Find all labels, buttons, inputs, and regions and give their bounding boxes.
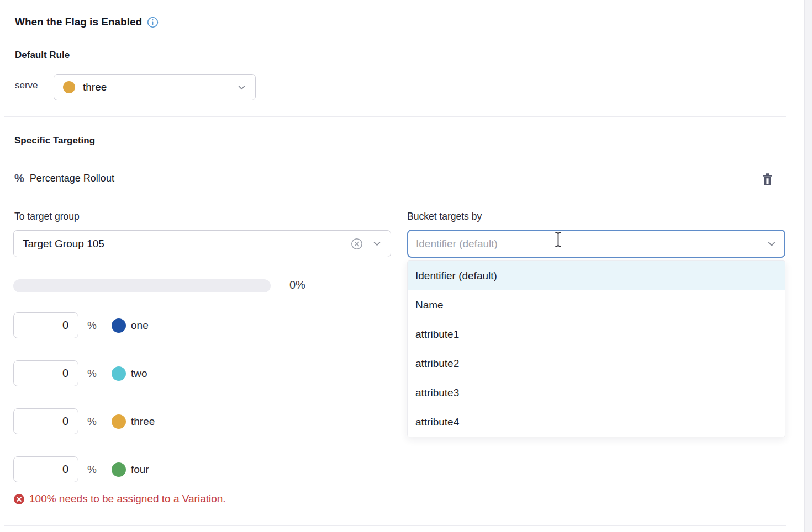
percent-unit-label: % <box>87 464 99 476</box>
chevron-down-icon <box>237 83 246 92</box>
serve-variation-value: three <box>83 81 107 93</box>
menu-option-name[interactable]: Name <box>408 290 785 320</box>
error-icon <box>13 493 25 505</box>
variation-percent-input-four[interactable] <box>13 456 78 482</box>
chevron-down-icon <box>372 239 382 248</box>
specific-targeting-heading: Specific Targeting <box>14 135 95 146</box>
validation-error: 100% needs to be assigned to a Variation… <box>13 493 226 505</box>
variation-row: % one <box>13 312 149 338</box>
menu-option-identifier-default[interactable]: Identifier (default) <box>408 261 785 290</box>
variation-percent-input-one[interactable] <box>13 312 78 338</box>
default-rule-heading: Default Rule <box>15 50 70 61</box>
bucket-targets-placeholder: Identifier (default) <box>416 238 498 250</box>
section-divider <box>4 116 786 117</box>
menu-option-attribute2[interactable]: attribute2 <box>408 349 785 378</box>
percent-unit-label: % <box>87 416 99 428</box>
variation-color-dot <box>112 318 126 333</box>
variation-name: two <box>131 368 147 380</box>
variation-name: four <box>131 464 149 476</box>
rollout-progress-value: 0% <box>289 279 305 291</box>
percentage-rollout-label: Percentage Rollout <box>30 173 114 184</box>
variation-color-dot <box>63 81 75 93</box>
variation-percent-input-two[interactable] <box>13 360 78 386</box>
menu-option-attribute4[interactable]: attribute4 <box>408 407 785 437</box>
error-message: 100% needs to be assigned to a Variation… <box>29 493 226 505</box>
bucket-targets-dropdown-menu: Identifier (default) Name attribute1 att… <box>407 260 785 437</box>
page-edge-strip <box>804 0 812 532</box>
page-title: When the Flag is Enabled <box>15 16 159 28</box>
variation-name: one <box>131 320 149 332</box>
clear-selection-icon[interactable] <box>350 237 363 251</box>
target-group-select[interactable]: Target Group 105 <box>13 230 391 257</box>
variation-color-dot <box>112 414 126 429</box>
serve-label: serve <box>15 80 38 91</box>
variation-row: % two <box>13 360 147 386</box>
text-cursor-pointer <box>554 231 562 248</box>
bucket-targets-input[interactable]: Identifier (default) <box>407 230 785 258</box>
variation-name: three <box>131 416 155 428</box>
page-title-text: When the Flag is Enabled <box>15 16 142 28</box>
percentage-icon: % <box>14 172 24 185</box>
bucket-targets-label: Bucket targets by <box>407 211 482 222</box>
rollout-progress-bar <box>13 279 271 292</box>
variation-color-dot <box>112 366 126 381</box>
serve-variation-select[interactable]: three <box>54 74 256 100</box>
menu-option-attribute3[interactable]: attribute3 <box>408 378 785 407</box>
percent-unit-label: % <box>87 368 99 380</box>
variation-color-dot <box>112 462 126 477</box>
target-group-value: Target Group 105 <box>23 238 104 250</box>
delete-rollout-button[interactable] <box>758 170 777 189</box>
menu-option-attribute1[interactable]: attribute1 <box>408 320 785 349</box>
percentage-rollout-header: % Percentage Rollout <box>14 172 114 185</box>
variation-row: % four <box>13 456 149 482</box>
chevron-down-icon <box>767 239 777 249</box>
percent-unit-label: % <box>87 320 99 332</box>
variation-percent-input-three[interactable] <box>13 408 78 434</box>
section-divider <box>4 525 786 526</box>
variation-row: % three <box>13 408 155 434</box>
trash-icon <box>761 172 774 187</box>
info-icon[interactable] <box>147 17 159 28</box>
target-group-label: To target group <box>14 211 80 222</box>
